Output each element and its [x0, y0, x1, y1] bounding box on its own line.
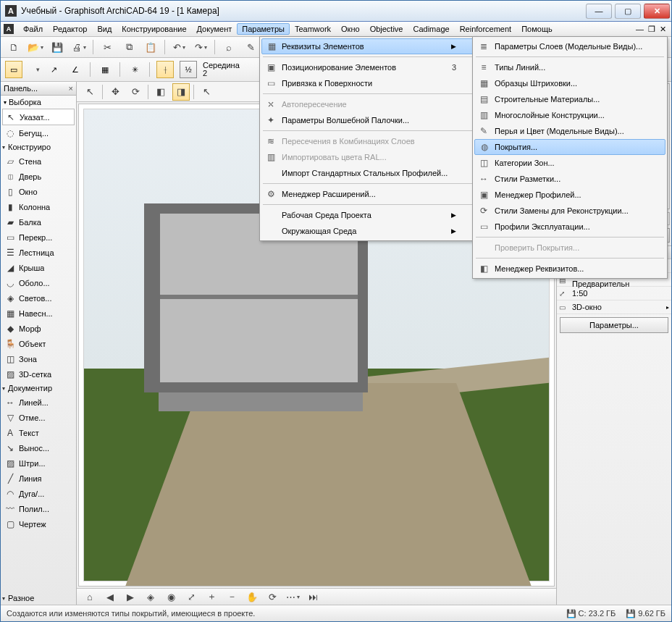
tool-column[interactable]: ▮Колонна	[1, 199, 76, 214]
toggle-icon[interactable]: ◧	[152, 83, 169, 101]
menu-item-renovation-styles[interactable]: ⟳Стили Замены для Реконструкции...	[474, 203, 665, 219]
menu-teamwork[interactable]: Teamwork	[290, 23, 336, 35]
menu-item-dim-styles[interactable]: ↔Стили Разметки...	[474, 171, 665, 187]
tool-polyline[interactable]: 〰Полил...	[1, 501, 76, 516]
select-cursor-icon[interactable]: ↖	[198, 83, 215, 101]
snap-mid-icon[interactable]: ⟊	[156, 61, 174, 78]
prop-view-row[interactable]: ▭3D-окно▸	[557, 301, 671, 314]
tool-mesh[interactable]: ▨3D-сетка	[1, 366, 76, 382]
menu-item-profile-manager[interactable]: ▣Менеджер Профилей...	[474, 187, 665, 203]
menu-item-building-materials[interactable]: ▤Строительные Материалы...	[474, 91, 665, 107]
parameters-button[interactable]: Параметры...	[560, 317, 668, 333]
pick-icon[interactable]: ⌕	[220, 38, 238, 56]
tool-panel-header[interactable]: Панель... ×	[1, 82, 76, 96]
menu-view[interactable]: Вид	[92, 23, 117, 35]
paste-icon[interactable]: 📋	[142, 38, 159, 56]
menu-item-layer-params[interactable]: ≣Параметры Слоев (Модельные Виды)...	[474, 38, 665, 54]
menu-help[interactable]: Помощь	[516, 23, 558, 35]
move-icon[interactable]: ✥	[106, 83, 124, 101]
tool-morph[interactable]: ◆Морф	[1, 321, 76, 336]
menu-item-composite[interactable]: ▥Многослойные Конструкции...	[474, 107, 665, 123]
menu-item-surround-env[interactable]: Окружающая Среда▶	[261, 223, 474, 239]
tool-roof[interactable]: ◢Крыша	[1, 260, 76, 275]
highlight-toggle-icon[interactable]: ◨	[172, 83, 190, 101]
tool-text[interactable]: AТекст	[1, 425, 76, 440]
tool-linear-dim[interactable]: ↔Линей...	[1, 395, 76, 410]
angle-tool-icon[interactable]: ∠	[67, 62, 83, 77]
menu-file[interactable]: Файл	[18, 23, 48, 35]
arrow-tool-icon[interactable]: ↗	[46, 62, 62, 77]
pen-icon[interactable]: ✎	[242, 38, 259, 56]
maximize-button[interactable]: ▢	[615, 4, 641, 19]
tool-shell[interactable]: ◡Оболо...	[1, 275, 76, 290]
menu-item-attributes-manager[interactable]: ◧Менеджер Реквизитов...	[474, 261, 665, 277]
open-file-icon[interactable]: 📂	[27, 38, 44, 56]
menu-item-coverings[interactable]: ◍Покрытия...	[474, 139, 665, 155]
category-misc[interactable]: Разное	[1, 592, 76, 605]
menu-document[interactable]: Документ	[192, 23, 238, 35]
cut-icon[interactable]: ✂	[98, 38, 116, 56]
rotate-icon[interactable]: ⟳	[127, 83, 144, 101]
save-icon[interactable]: 💾	[49, 38, 66, 56]
menu-reinforce[interactable]: Reinforcement	[455, 23, 517, 35]
tool-beam[interactable]: ▰Балка	[1, 214, 76, 230]
new-file-icon[interactable]: 🗋	[5, 38, 22, 56]
menu-item-extensions[interactable]: ⚙Менеджер Расширений...	[261, 186, 474, 202]
nav-zoom-out-icon[interactable]: －	[223, 588, 240, 605]
menu-item-zone-categories[interactable]: ◫Категории Зон...	[474, 155, 665, 171]
nav-zoom-in-icon[interactable]: ＋	[203, 588, 220, 605]
mdi-close-icon[interactable]: ✕	[660, 25, 666, 34]
tool-level-dim[interactable]: ▽Отме...	[1, 410, 76, 425]
tool-label[interactable]: ↘Вынос...	[1, 440, 76, 455]
print-icon[interactable]: 🖨	[70, 38, 88, 56]
tool-wall[interactable]: ▱Стена	[1, 154, 76, 169]
menu-item-positioning[interactable]: ▣Позиционирование Элементов3	[261, 59, 474, 75]
nav-zoom-fit-icon[interactable]: ⤢	[182, 588, 200, 605]
tool-drawing[interactable]: ▢Чертеж	[1, 516, 76, 531]
nav-persp-icon[interactable]: ◉	[162, 588, 180, 605]
tool-marquee[interactable]: ◌Бегущ...	[1, 125, 76, 140]
prop-scale-row[interactable]: ⤢1:50	[557, 287, 671, 301]
category-document[interactable]: Документир	[1, 382, 76, 395]
minimize-button[interactable]: —	[586, 4, 612, 19]
tool-pointer[interactable]: ↖Указат...	[2, 109, 75, 125]
menu-item-work-env[interactable]: Рабочая Среда Проекта▶	[261, 207, 474, 223]
tool-stair[interactable]: ☰Лестница	[1, 245, 76, 260]
tool-door[interactable]: ⎅Дверь	[1, 169, 76, 184]
menu-cadimage[interactable]: Cadimage	[408, 23, 454, 35]
menu-item-import-steel[interactable]: Импорт Стандартных Стальных Профилей...	[261, 165, 474, 181]
grid-icon[interactable]: ▦	[97, 62, 113, 77]
nav-next-icon[interactable]: ▶	[122, 588, 139, 605]
tool-arc[interactable]: ◠Дуга/...	[1, 486, 76, 501]
close-icon[interactable]: ×	[69, 84, 73, 93]
menu-item-magic-wand[interactable]: ✦Параметры Волшебной Палочки...	[261, 112, 474, 128]
menu-item-pens[interactable]: ✎Перья и Цвет (Модельные Виды)...	[474, 123, 665, 139]
menu-window[interactable]: Окно	[336, 23, 365, 35]
menu-editor[interactable]: Редактор	[48, 23, 92, 35]
tool-skylight[interactable]: ◈Светов...	[1, 290, 76, 306]
nav-orbit-icon[interactable]: ⟳	[264, 588, 281, 605]
nav-pan-icon[interactable]: ✋	[243, 588, 261, 605]
chevron-down-icon[interactable]: ▾	[36, 66, 40, 73]
tool-fill[interactable]: ▨Штри...	[1, 455, 76, 471]
nav-axo-icon[interactable]: ◈	[142, 588, 159, 605]
category-construct[interactable]: Конструиро	[1, 140, 76, 154]
menu-item-element-attributes[interactable]: ▦Реквизиты Элементов▶	[261, 38, 474, 54]
cursor-icon[interactable]: ↖	[81, 83, 98, 101]
snap-toggle-icon[interactable]: ✳	[127, 62, 143, 77]
tool-zone[interactable]: ◫Зона	[1, 351, 76, 366]
snap-half-icon[interactable]: ½	[180, 61, 197, 78]
menu-item-line-types[interactable]: ≡Типы Линий...	[474, 59, 665, 75]
tool-object[interactable]: 🪑Объект	[1, 336, 76, 351]
menu-parameters[interactable]: Параметры	[237, 23, 290, 35]
copy-icon[interactable]: ⧉	[120, 38, 138, 56]
nav-more-icon[interactable]: ⋯	[284, 588, 301, 605]
menu-objective[interactable]: Objective	[365, 23, 408, 35]
tool-slab[interactable]: ▭Перекр...	[1, 230, 76, 245]
menu-construct[interactable]: Конструирование	[117, 23, 191, 35]
mdi-restore-icon[interactable]: ❐	[648, 25, 655, 34]
tool-window[interactable]: ▯Окно	[1, 184, 76, 199]
mdi-minimize-icon[interactable]: —	[636, 25, 644, 34]
undo-icon[interactable]: ↶	[170, 38, 188, 56]
close-button[interactable]: ✕	[644, 4, 670, 19]
